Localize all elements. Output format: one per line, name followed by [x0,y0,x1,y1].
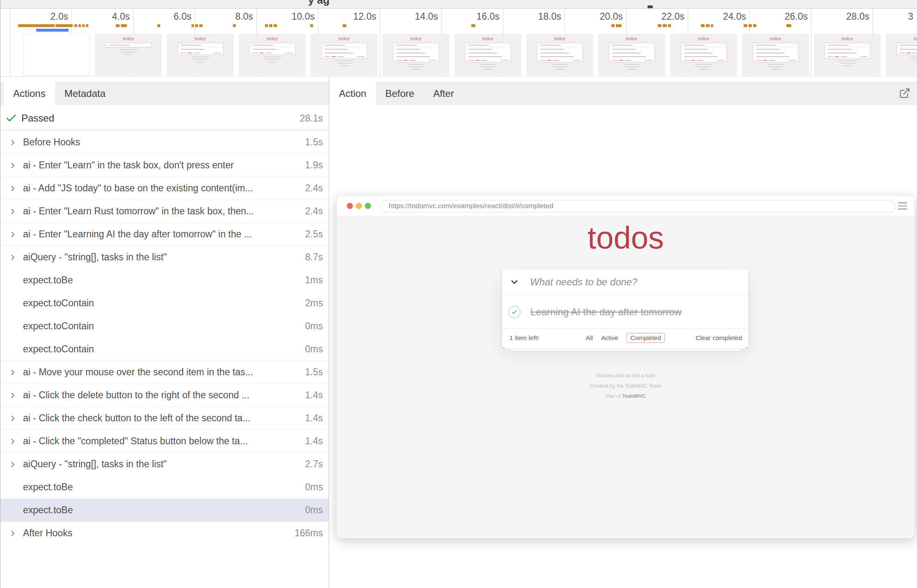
todo-footer: 1 item left! All Active Completed Clear … [502,328,749,347]
action-duration: 166ms [290,528,329,539]
chevron-right-icon[interactable] [8,391,17,400]
chevron-right-icon[interactable] [8,460,17,469]
filmstrip-thumbnail[interactable]: todos [599,34,665,76]
timeline-action-mark [471,24,475,27]
filmstrip-thumbnail[interactable]: todos [455,34,521,76]
todo-item-label: Learning AI the day after tomorrow [530,306,682,318]
action-row[interactable]: ai - Enter "Learn Rust tomorrow" in the … [0,200,329,223]
chevron-right-icon[interactable] [8,138,17,147]
action-label: After Hooks [23,528,290,539]
filmstrip-thumbnail[interactable]: todos [95,34,161,76]
tab-metadata[interactable]: Metadata [55,82,115,105]
open-external-icon[interactable] [899,87,910,99]
action-row[interactable]: ai - Move your mouse over the second ite… [0,361,329,384]
action-row[interactable]: ai - Click the check button to the left … [0,407,329,430]
action-row[interactable]: expect.toBe0ms [0,498,329,521]
toggle-all-chevron-down-icon[interactable] [509,277,519,287]
address-bar[interactable]: https://todomvc.com/examples/react/dist/… [380,200,896,212]
action-row[interactable]: aiQuery - "string[], tasks in the list"8… [0,246,329,269]
todo-item[interactable]: Learning AI the day after tomorrow [502,295,749,328]
action-label: ai - Add "JS today" to base on the exist… [23,183,301,194]
mini-todos-title: todos [886,37,917,41]
test-status-row[interactable]: Passed 28.1s [0,108,329,129]
timeline-action-mark [116,24,120,27]
chevron-right-icon[interactable] [8,529,17,538]
filmstrip-thumbnail[interactable]: todos [814,34,880,76]
filmstrip-thumbnail[interactable]: todos [670,34,737,76]
filmstrip-thumbnail[interactable]: todos [383,34,449,76]
timeline-tick-label: 20.0s [600,11,623,22]
filmstrip-thumbnail[interactable]: todos [311,34,377,76]
action-row[interactable]: expect.toContain2ms [0,292,329,315]
timeline-grid[interactable]: 2.0s4.0s6.0s8.0s10.0s12.0s14.0s16.0s18.0… [0,8,917,77]
action-row[interactable]: After Hooks166ms [0,521,329,544]
filter-all[interactable]: All [586,334,593,342]
action-row[interactable]: expect.toBe1ms [0,269,329,292]
filter-active[interactable]: Active [601,334,618,342]
action-label: ai - Click the delete button to the righ… [23,390,301,401]
filmstrip-thumbnail[interactable]: todos [886,34,917,76]
timeline-tick-label: 6.0s [174,11,191,22]
filmstrip-thumbnail[interactable]: todos [527,34,593,76]
mini-todos-title: todos [383,37,449,41]
action-duration: 0ms [301,505,329,516]
action-row[interactable]: ai - Enter "Learning AI the day after to… [0,223,329,246]
action-row[interactable]: ai - Enter "Learn" in the task box, don'… [0,154,329,177]
tab-action[interactable]: Action [329,82,376,105]
action-row[interactable]: Before Hooks1.5s [0,131,329,154]
timeline-gridline [811,9,811,76]
timeline-action-mark [668,24,671,27]
left-tabbar: Actions Metadata [0,82,329,105]
minimize-window-icon [356,203,362,209]
timeline-tick-label: 26.0s [785,11,808,22]
action-row[interactable]: aiQuery - "string[], tasks in the list"2… [0,452,329,475]
new-todo-input[interactable]: What needs to be done? [530,276,638,288]
action-label: ai - Enter "Learn" in the task box, don'… [23,160,301,171]
action-row[interactable]: expect.toBe0ms [0,475,329,498]
filmstrip-thumbnail[interactable]: todos [239,34,305,76]
mini-todos-title: todos [670,37,737,41]
action-label: aiQuery - "string[], tasks in the list" [23,459,301,470]
filmstrip-thumbnail[interactable] [23,34,90,76]
action-label: expect.toContain [23,344,301,355]
clear-completed-button[interactable]: Clear completed [696,334,742,342]
action-label: ai - Click the check button to the left … [23,413,301,424]
timeline-tick-label: 24.0s [723,11,746,22]
timeline-tick-label: 14.0s [415,11,438,22]
tab-after[interactable]: After [424,82,463,105]
filmstrip-thumbnail[interactable]: todos [742,34,809,76]
todo-checked-icon[interactable] [508,306,521,318]
chevron-right-icon[interactable] [8,253,17,262]
chevron-right-icon[interactable] [8,437,17,446]
chevron-right-icon[interactable] [8,207,17,216]
action-row[interactable]: expect.toContain0ms [0,315,329,338]
menu-icon[interactable] [898,202,907,210]
chevron-right-icon[interactable] [8,414,17,423]
chevron-right-icon[interactable] [8,184,17,193]
timeline-gridline [10,9,10,76]
mini-todos-title: todos [455,37,521,41]
chevron-right-icon[interactable] [8,230,17,239]
timeline-action-mark [274,24,277,27]
mini-todos-title: todos [167,37,233,41]
action-duration: 2.4s [301,206,329,217]
action-row[interactable]: expect.toContain0ms [0,338,329,361]
action-row[interactable]: ai - Click the delete button to the righ… [0,384,329,407]
action-duration: 2ms [301,298,329,309]
filmstrip-thumbnail[interactable]: todos [167,34,233,76]
panel-divider[interactable] [329,77,329,588]
tab-actions[interactable]: Actions [4,82,55,105]
timeline-action-mark [74,24,77,27]
test-duration: 28.1s [300,113,329,124]
action-duration: 1.4s [301,436,329,447]
tab-before[interactable]: Before [376,82,424,105]
page-info-footer: Double-click to edit a todo Created by t… [337,371,915,402]
action-row[interactable]: ai - Click the "completed" Status button… [0,430,329,452]
chevron-right-icon[interactable] [8,161,17,170]
chevron-right-icon[interactable] [8,368,17,377]
action-row[interactable]: ai - Add "JS today" to base on the exist… [0,177,329,200]
action-duration: 2.7s [301,459,329,470]
filter-completed[interactable]: Completed [627,333,665,343]
action-label: expect.toBe [23,482,301,493]
top-toolbar-clipped: y ag [0,0,917,8]
